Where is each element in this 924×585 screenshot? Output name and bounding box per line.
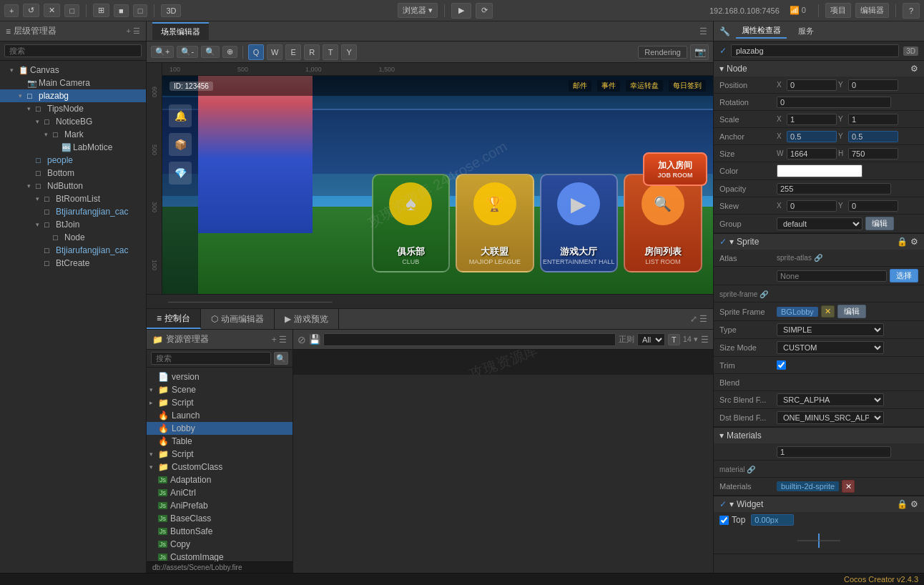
asset-search-btn[interactable]: 🔍 (274, 352, 288, 365)
zoom-out-btn[interactable]: 🔍- (177, 46, 198, 58)
material-remove-btn[interactable]: ✕ (842, 480, 855, 493)
asset-item-baseclass[interactable]: Js BaseClass (147, 512, 293, 525)
asset-item-customimage[interactable]: Js CustomImage (147, 551, 293, 561)
asset-item-buttonsafe[interactable]: Js ButtonSafe (147, 525, 293, 538)
node-enable-checkbox[interactable]: ✓ (719, 46, 727, 56)
nav-icon-1[interactable]: 🔔 (169, 104, 192, 127)
transform-e[interactable]: E (285, 44, 301, 60)
asset-item-scene[interactable]: ▾ 📁 Scene (147, 383, 293, 396)
position-x-input[interactable] (787, 79, 837, 91)
asset-item-launch[interactable]: 🔥 Launch (147, 409, 293, 422)
atlas-select-btn[interactable]: 选择 (890, 269, 918, 282)
help-btn[interactable]: ? (903, 3, 920, 19)
size-w-input[interactable] (787, 148, 837, 159)
tree-item-btcreate[interactable]: □ BtCreate (0, 257, 146, 270)
tab-animation[interactable]: ⬡ 动画编辑器 (201, 309, 275, 329)
browser-btn[interactable]: 浏览器 ▾ (398, 3, 438, 18)
nav-icon-3[interactable]: 💎 (169, 162, 192, 185)
scale-y-input[interactable] (848, 114, 898, 125)
asset-item-copy[interactable]: Js Copy (147, 538, 293, 551)
asset-item-adaptation[interactable]: Js Adaptation (147, 473, 293, 486)
save-log-btn[interactable]: 💾 (309, 334, 320, 345)
tree-item-labmotice[interactable]: 🔤 LabMotice (0, 141, 146, 154)
tree-item-plazabg[interactable]: ▾ □ plazabg (0, 89, 146, 102)
sprite-atlas-link[interactable]: sprite-atlas 🔗 (777, 254, 822, 262)
group-edit-btn[interactable]: 编辑 (865, 217, 894, 230)
sprite-settings-icon[interactable]: ⚙ (910, 237, 918, 247)
log-type-select[interactable]: All (637, 333, 665, 346)
asset-item-table[interactable]: 🔥 Table (147, 435, 293, 448)
editor-btn[interactable]: 编辑器 (855, 3, 889, 18)
tab-inspector[interactable]: 属性检查器 (736, 24, 787, 39)
tree-item-canvas[interactable]: ▾ 📋 Canvas (0, 64, 146, 77)
tree-item-btjia1[interactable]: □ Btjiarufangjian_cac (0, 205, 146, 218)
transform-r[interactable]: R (304, 44, 320, 60)
toolbar-add-btn[interactable]: + (4, 4, 19, 17)
skew-y-input[interactable] (848, 200, 898, 212)
refresh-btn[interactable]: ⟳ (476, 3, 493, 19)
transform-q[interactable]: Q (248, 44, 264, 60)
zoom-in-btn[interactable]: 🔍+ (151, 46, 174, 58)
node-name-input[interactable] (731, 44, 899, 57)
toolbar-rect2-btn[interactable]: □ (133, 4, 148, 17)
zoom-fit-btn[interactable]: 🔍 (201, 46, 220, 58)
scene-editor-tab[interactable]: 场景编辑器 (152, 22, 209, 40)
src-blend-select[interactable]: SRC_ALPHA (777, 393, 884, 406)
trim-checkbox[interactable] (777, 360, 786, 370)
nav-event[interactable]: 事件 (597, 80, 620, 92)
asset-item-lobby[interactable]: 🔥 Lobby (147, 422, 293, 435)
widget-settings-icon[interactable]: ⚙ (910, 499, 918, 509)
rotation-input[interactable] (777, 97, 891, 108)
transform-t[interactable]: T (323, 44, 338, 60)
tree-item-tipsnode[interactable]: ▾ □ TipsNode (0, 102, 146, 115)
asset-item-aniprefab[interactable]: Js AniPrefab (147, 499, 293, 512)
hierarchy-search-input[interactable] (4, 44, 142, 57)
tree-item-mark[interactable]: ▾ □ Mark (0, 128, 146, 141)
tab-game-preview[interactable]: ▶ 游戏预览 (275, 309, 339, 329)
scene-menu-icon[interactable]: ☰ (699, 26, 707, 36)
size-mode-select[interactable]: CUSTOM (777, 341, 884, 354)
widget-lock-icon[interactable]: 🔒 (897, 499, 908, 509)
opacity-input[interactable] (777, 183, 891, 195)
toolbar-layout-btn[interactable]: □ (64, 4, 79, 17)
type-select[interactable]: SIMPLE (777, 323, 884, 336)
asset-item-version[interactable]: 📄 version (147, 370, 293, 383)
materials-section-header[interactable]: ▾ Materials (714, 428, 924, 443)
card-league[interactable]: 🏆 大联盟 MAJIOP LEAGUE (456, 174, 534, 272)
sprite-checkbox[interactable]: ✓ (719, 237, 727, 247)
transform-w[interactable]: W (267, 44, 282, 60)
materials-count-input[interactable] (777, 446, 891, 458)
tree-item-people[interactable]: □ people (0, 154, 146, 167)
tree-item-noticebg[interactable]: ▾ □ NoticeBG (0, 115, 146, 128)
widget-top-checkbox[interactable] (719, 516, 729, 525)
card-club[interactable]: ♠ 俱乐部 CLUB (372, 174, 451, 272)
card-hall[interactable]: ▶ 游戏大厅 entertainment hall (540, 174, 619, 272)
tree-item-main-camera[interactable]: 📷 Main Camera (0, 77, 146, 89)
join-room-btn[interactable]: 加入房间 JOB ROOM (643, 152, 707, 186)
node-settings-icon[interactable]: ⚙ (910, 64, 918, 74)
asset-item-customclass[interactable]: ▾ 📁 CustomClass (147, 461, 293, 473)
toolbar-refresh-btn[interactable]: ↺ (23, 4, 39, 17)
tree-item-btroomlist[interactable]: ▾ □ BtRoomList (0, 192, 146, 205)
camera-icon-btn[interactable]: 📷 (690, 44, 709, 60)
tree-item-btjoin[interactable]: ▾ □ BtJoin (0, 218, 146, 231)
asset-search-input[interactable] (151, 352, 271, 365)
tree-item-bottom[interactable]: □ Bottom (0, 167, 146, 180)
tab-service[interactable]: 服务 (792, 24, 820, 38)
dst-blend-select[interactable]: ONE_MINUS_SRC_ALPHA (777, 411, 884, 424)
project-btn[interactable]: 项目 (825, 3, 851, 18)
tab-console[interactable]: ≡ 控制台 (147, 309, 201, 329)
widget-top-input[interactable] (751, 514, 794, 526)
scale-x-input[interactable] (787, 114, 837, 125)
clear-btn[interactable]: ⊘ (298, 334, 306, 345)
card-room-list[interactable]: 🔍 房间列表 LIST ROOM (624, 174, 702, 272)
sprite-section-header[interactable]: ✓ ▾ Sprite 🔒 ⚙ (714, 234, 924, 250)
toolbar-close-btn[interactable]: ✕ (44, 4, 60, 17)
anchor-y-input[interactable] (848, 131, 898, 142)
asset-item-script-root[interactable]: ▾ 📁 Script (147, 448, 293, 461)
group-select[interactable]: default (777, 217, 862, 230)
console-menu[interactable]: ☰ (701, 335, 709, 345)
nav-icon-2[interactable]: 📦 (169, 133, 192, 156)
widget-checkbox[interactable]: ✓ (719, 499, 727, 509)
tree-item-ndbutton[interactable]: ▾ □ NdButton (0, 180, 146, 192)
